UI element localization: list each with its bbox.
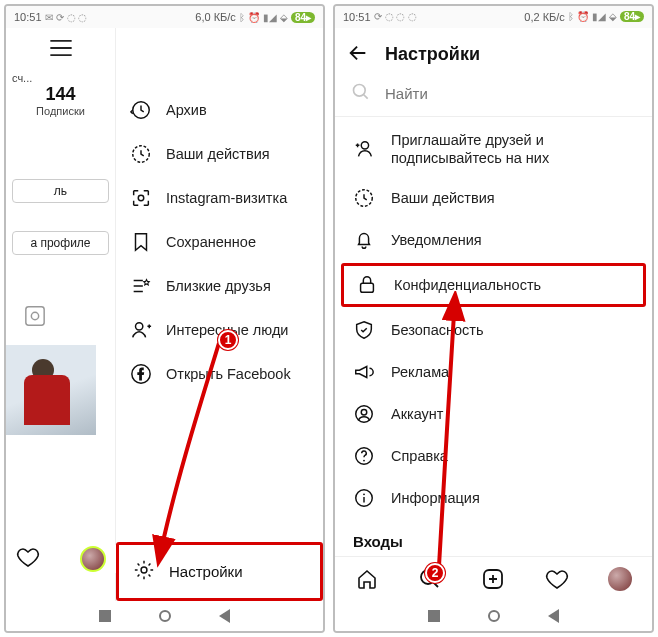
sync-icon: ⟳ xyxy=(374,11,382,22)
screenshot-right: 10:51 ⟳ ◌ ◌ ◌ 0,2 КБ/с ᛒ ⏰ ▮◢ ⬙ 84▸ Наст… xyxy=(333,4,654,633)
nav-add-icon[interactable] xyxy=(481,567,505,591)
settings-label: Аккаунт xyxy=(391,406,443,422)
alarm-icon: ⏰ xyxy=(248,12,260,23)
nav-profile-avatar[interactable] xyxy=(608,567,632,591)
sms-icon: ✉ xyxy=(45,12,53,23)
divider xyxy=(335,116,652,117)
settings-label: Уведомления xyxy=(391,232,482,248)
android-nav-bar xyxy=(6,601,323,631)
dot-icon: ◌ ◌ ◌ xyxy=(385,11,418,22)
menu-nametag[interactable]: Instagram-визитка xyxy=(116,176,323,220)
menu-settings[interactable]: Настройки xyxy=(119,545,320,598)
post-action-row xyxy=(6,545,116,573)
add-people-icon xyxy=(353,138,375,160)
settings-about[interactable]: Информация xyxy=(335,477,652,519)
svg-point-9 xyxy=(361,141,368,148)
svg-point-1 xyxy=(31,312,38,319)
menu-archive[interactable]: Архив xyxy=(116,88,323,132)
back-button[interactable] xyxy=(219,609,230,623)
cut-text: сч... xyxy=(6,72,115,84)
activity-icon xyxy=(130,143,152,165)
grid-tab-icon[interactable] xyxy=(24,305,115,331)
discover-people-icon xyxy=(130,319,152,341)
promote-button-cut[interactable]: а профиле xyxy=(12,231,109,255)
recent-apps-button[interactable] xyxy=(428,610,440,622)
battery-indicator: 84▸ xyxy=(291,12,315,23)
wifi-icon: ⬙ xyxy=(609,11,617,22)
status-bar: 10:51 ✉ ⟳ ◌ ◌ 6,0 КБ/с ᛒ ⏰ ▮◢ ⬙ 84▸ xyxy=(6,6,323,28)
battery-indicator: 84▸ xyxy=(620,11,644,22)
menu-activity[interactable]: Ваши действия xyxy=(116,132,323,176)
alarm-icon: ⏰ xyxy=(577,11,589,22)
settings-label: Реклама xyxy=(391,364,449,380)
home-button[interactable] xyxy=(488,610,500,622)
menu-label: Ваши действия xyxy=(166,146,270,162)
settings-privacy[interactable]: Конфиденциальность xyxy=(344,266,643,304)
settings-list: Приглашайте друзей и подписывайтесь на н… xyxy=(335,121,652,556)
settings-label: Информация xyxy=(391,490,480,506)
search-input[interactable] xyxy=(385,85,636,102)
menu-label: Близкие друзья xyxy=(166,278,271,294)
archive-icon xyxy=(130,99,152,121)
profile-partial: сч... 144 Подписки ль а профиле xyxy=(6,28,116,601)
activity-icon xyxy=(353,187,375,209)
settings-help[interactable]: Справка xyxy=(335,435,652,477)
stat-following-label: Подписки xyxy=(6,105,115,117)
drawer-menu: Архив Ваши действия Instagram-визитка Со… xyxy=(116,28,323,601)
settings-security[interactable]: Безопасность xyxy=(335,309,652,351)
account-icon xyxy=(353,403,375,425)
callout-badge-2: 2 xyxy=(425,563,445,583)
screenshot-left: 10:51 ✉ ⟳ ◌ ◌ 6,0 КБ/с ᛒ ⏰ ▮◢ ⬙ 84▸ сч..… xyxy=(4,4,325,633)
menu-label: Открыть Facebook xyxy=(166,366,291,382)
svg-point-7 xyxy=(141,567,147,573)
settings-account[interactable]: Аккаунт xyxy=(335,393,652,435)
status-net-speed: 6,0 КБ/с xyxy=(195,11,236,23)
sync-icon: ⟳ xyxy=(56,12,64,23)
settings-label: Ваши действия xyxy=(391,190,495,206)
stat-following-count[interactable]: 144 xyxy=(6,84,115,105)
menu-label: Настройки xyxy=(169,563,243,580)
callout-badge-1: 1 xyxy=(218,330,238,350)
help-icon xyxy=(353,445,375,467)
signal-icon: ▮◢ xyxy=(592,11,606,22)
menu-close-friends[interactable]: Близкие друзья xyxy=(116,264,323,308)
facebook-icon xyxy=(130,363,152,385)
menu-label: Сохраненное xyxy=(166,234,256,250)
svg-rect-11 xyxy=(361,283,374,292)
menu-label: Instagram-визитка xyxy=(166,190,287,206)
svg-point-5 xyxy=(136,323,143,330)
android-nav-bar xyxy=(335,601,652,631)
settings-ads[interactable]: Реклама xyxy=(335,351,652,393)
svg-point-15 xyxy=(363,460,365,462)
post-thumbnail[interactable] xyxy=(6,345,96,435)
bookmark-icon xyxy=(130,231,152,253)
svg-point-4 xyxy=(138,195,144,201)
avatar[interactable] xyxy=(80,546,106,572)
heart-icon[interactable] xyxy=(16,545,40,573)
recent-apps-button[interactable] xyxy=(99,610,111,622)
home-button[interactable] xyxy=(159,610,171,622)
bluetooth-icon: ᛒ xyxy=(239,12,245,23)
edit-profile-button-cut[interactable]: ль xyxy=(12,179,109,203)
back-button[interactable] xyxy=(548,609,559,623)
highlight-privacy: Конфиденциальность xyxy=(341,263,646,307)
settings-search[interactable] xyxy=(335,78,652,116)
settings-activity[interactable]: Ваши действия xyxy=(335,177,652,219)
lock-icon xyxy=(356,274,378,296)
menu-facebook[interactable]: Открыть Facebook xyxy=(116,352,323,396)
nav-home-icon[interactable] xyxy=(355,567,379,591)
svg-point-8 xyxy=(354,84,366,96)
back-arrow-icon[interactable] xyxy=(347,42,369,68)
status-bar: 10:51 ⟳ ◌ ◌ ◌ 0,2 КБ/с ᛒ ⏰ ▮◢ ⬙ 84▸ xyxy=(335,6,652,28)
menu-label: Архив xyxy=(166,102,207,118)
bottom-nav xyxy=(335,556,652,601)
shield-icon xyxy=(353,319,375,341)
status-time: 10:51 xyxy=(343,11,371,23)
menu-saved[interactable]: Сохраненное xyxy=(116,220,323,264)
nametag-icon xyxy=(130,187,152,209)
nav-heart-icon[interactable] xyxy=(545,567,569,591)
megaphone-icon xyxy=(353,361,375,383)
settings-notifications[interactable]: Уведомления xyxy=(335,219,652,261)
settings-invite[interactable]: Приглашайте друзей и подписывайтесь на н… xyxy=(335,121,652,177)
hamburger-button[interactable] xyxy=(6,34,115,66)
